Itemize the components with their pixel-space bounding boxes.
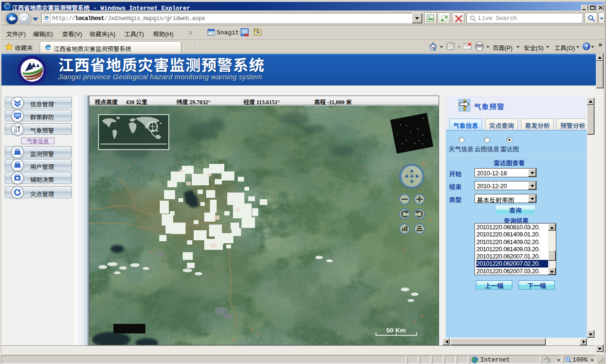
svg-text:?: ? <box>584 43 588 50</box>
svg-text:50 Km: 50 Km <box>386 327 406 334</box>
